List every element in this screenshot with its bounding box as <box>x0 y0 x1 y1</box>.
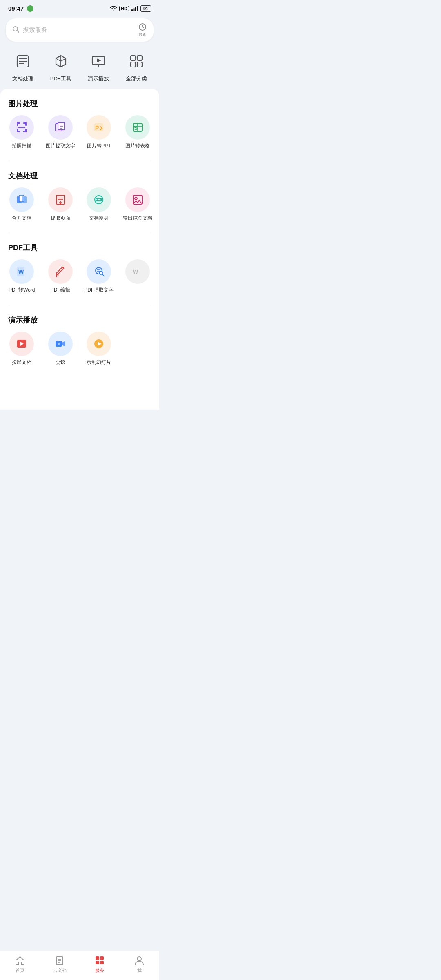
tool-extract[interactable]: 提取页面 <box>43 187 78 222</box>
svg-text:P: P <box>95 125 99 131</box>
section-pdf-title: PDF工具 <box>0 241 159 259</box>
project-label: 投影文档 <box>12 359 31 366</box>
tool-imgdoc[interactable]: 输出纯图文档 <box>120 187 156 222</box>
category-presentation[interactable]: 演示播放 <box>80 51 118 82</box>
svg-rect-2 <box>135 7 136 11</box>
extract-label: 提取页面 <box>51 215 70 222</box>
imgdoc-icon <box>125 187 150 212</box>
category-all[interactable]: 全部分类 <box>118 51 156 82</box>
tool-meeting[interactable]: 会议 <box>43 332 78 366</box>
svg-point-49 <box>135 197 137 200</box>
scan-label: 拍照扫描 <box>12 143 31 149</box>
notification-dot <box>27 5 33 12</box>
tool-scan[interactable]: 拍照扫描 <box>4 115 40 149</box>
tool-img-to-table[interactable]: S 图片转表格 <box>120 115 156 149</box>
tool-merge[interactable]: 合并文档 <box>4 187 40 222</box>
tool-wps[interactable]: W <box>120 259 156 294</box>
slim-label: 文档瘦身 <box>89 215 109 222</box>
tool-img-to-text[interactable]: 图片提取文字 <box>43 115 78 149</box>
battery-indicator: 91 <box>140 5 151 12</box>
img-text-icon <box>48 115 73 140</box>
category-presentation-label: 演示播放 <box>88 75 109 82</box>
svg-rect-14 <box>131 56 136 60</box>
svg-rect-1 <box>134 8 135 11</box>
pdf-extract-label: PDF提取文字 <box>84 287 114 294</box>
merge-icon <box>9 187 34 212</box>
svg-rect-3 <box>137 6 138 11</box>
section-doc-title: 文档处理 <box>0 169 159 187</box>
status-bar: 09:47 HD 91 <box>0 0 159 15</box>
section-doc-processing: 文档处理 合并文档 <box>0 169 159 230</box>
img-table-label: 图片转表格 <box>125 143 150 149</box>
svg-text:W: W <box>18 269 24 275</box>
search-bar[interactable]: 搜索服务 最近 <box>6 18 154 42</box>
recent-button[interactable]: 最近 <box>138 22 147 38</box>
svg-rect-15 <box>137 56 142 60</box>
tool-pdf-edit[interactable]: P PDF编辑 <box>43 259 78 294</box>
imgdoc-label: 输出纯图文档 <box>123 215 152 222</box>
section-image-processing: 图片处理 拍照扫描 <box>0 97 159 158</box>
svg-rect-17 <box>137 62 142 67</box>
img-ppt-icon: P <box>87 115 111 140</box>
svg-text:P: P <box>56 274 59 278</box>
svg-rect-0 <box>131 9 133 11</box>
tool-pdf-word[interactable]: W PDF转Word <box>4 259 40 294</box>
svg-text:W: W <box>133 269 138 275</box>
svg-rect-16 <box>131 62 136 67</box>
tool-project[interactable]: 投影文档 <box>4 332 40 366</box>
category-all-label: 全部分类 <box>126 75 147 82</box>
svg-rect-19 <box>17 122 18 126</box>
tool-record[interactable]: 录制幻灯片 <box>81 332 117 366</box>
all-categories-icon <box>126 51 147 72</box>
svg-rect-23 <box>17 129 18 132</box>
svg-marker-11 <box>97 58 101 62</box>
slim-icon <box>87 187 111 212</box>
record-label: 录制幻灯片 <box>87 359 111 366</box>
merge-label: 合并文档 <box>12 215 31 222</box>
pdf-edit-label: PDF编辑 <box>51 287 70 294</box>
section-image-title: 图片处理 <box>0 97 159 115</box>
search-icon <box>12 26 20 35</box>
category-pdf-tools[interactable]: PDF工具 <box>42 51 80 82</box>
recent-label: 最近 <box>138 32 147 38</box>
tool-slim[interactable]: 文档瘦身 <box>81 187 117 222</box>
svg-rect-28 <box>58 122 65 130</box>
presentation-tools-grid: 投影文档 会议 <box>0 332 159 374</box>
status-icons: HD 91 <box>110 5 151 12</box>
svg-rect-61 <box>58 343 60 345</box>
pdf-extract-icon <box>87 259 111 284</box>
svg-rect-25 <box>25 129 27 132</box>
img-ppt-label: 图片转PPT <box>87 143 111 149</box>
wps-icon: W <box>125 259 150 284</box>
section-presentation-title: 演示播放 <box>0 314 159 332</box>
search-placeholder: 搜索服务 <box>23 26 135 34</box>
category-pdf-tools-label: PDF工具 <box>50 75 71 82</box>
doc-tools-grid: 合并文档 提取页面 <box>0 187 159 230</box>
section-presentation: 演示播放 投影文档 <box>0 314 159 374</box>
scan-icon <box>9 115 34 140</box>
meeting-icon <box>48 332 73 356</box>
presentation-icon <box>88 51 109 72</box>
pdf-tools-icon <box>50 51 71 72</box>
signal-icon <box>131 6 138 11</box>
image-tools-grid: 拍照扫描 图片提取文字 <box>0 115 159 158</box>
doc-process-icon <box>12 51 33 72</box>
tool-pdf-extract[interactable]: PDF提取文字 <box>81 259 117 294</box>
category-doc-process-label: 文档处理 <box>12 75 33 82</box>
record-icon <box>87 332 111 356</box>
tool-img-to-ppt[interactable]: P 图片转PPT <box>81 115 117 149</box>
pdf-tools-grid: W PDF转Word P PDF编辑 <box>0 259 159 302</box>
status-time: 09:47 <box>8 5 24 12</box>
section-pdf: PDF工具 W PDF转Word P <box>0 241 159 302</box>
meeting-label: 会议 <box>56 359 65 366</box>
wifi-icon <box>110 6 117 11</box>
img-text-label: 图片提取文字 <box>46 143 75 149</box>
pdf-word-icon: W <box>9 259 34 284</box>
category-doc-process[interactable]: 文档处理 <box>4 51 42 82</box>
extract-icon <box>48 187 73 212</box>
main-content: 图片处理 拍照扫描 <box>0 89 159 410</box>
top-categories: 文档处理 PDF工具 演示播放 <box>0 47 159 89</box>
svg-text:S: S <box>134 125 138 131</box>
svg-rect-45 <box>96 198 102 201</box>
svg-rect-21 <box>25 122 27 126</box>
